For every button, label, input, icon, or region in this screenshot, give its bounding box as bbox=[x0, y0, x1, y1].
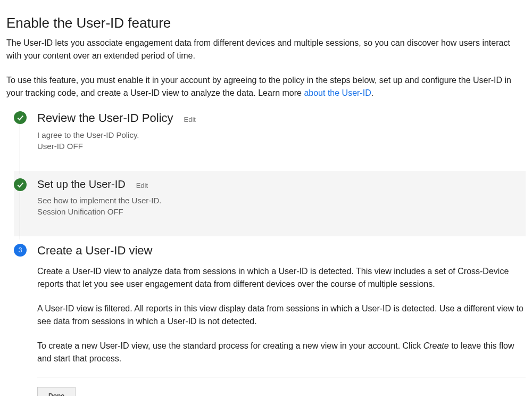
step3-title: Create a User-ID view bbox=[37, 244, 152, 258]
step3-body: Create a User-ID view to analyze data fr… bbox=[37, 265, 526, 396]
step-setup-userid: Set up the User-ID Edit See how to imple… bbox=[14, 171, 526, 236]
step3-header: Create a User-ID view bbox=[37, 244, 526, 258]
steps-container: Review the User-ID Policy Edit I agree t… bbox=[14, 111, 526, 396]
step3-indicator: 3 bbox=[14, 244, 27, 257]
about-user-id-link[interactable]: about the User-ID bbox=[304, 88, 371, 97]
intro-2-suffix: . bbox=[371, 88, 373, 97]
step2-title: Set up the User-ID bbox=[37, 178, 126, 191]
step-create-view: 3 Create a User-ID view Create a User-ID… bbox=[14, 236, 526, 396]
step1-body: I agree to the User-ID Policy. User-ID O… bbox=[37, 129, 526, 171]
step2-line2: Session Unification OFF bbox=[37, 206, 526, 217]
divider bbox=[37, 377, 526, 377]
step-connector-line bbox=[20, 191, 20, 240]
step2-body: See how to implement the User-ID. Sessio… bbox=[37, 195, 526, 236]
step1-indicator bbox=[14, 111, 27, 124]
page-title: Enable the User-ID feature bbox=[6, 15, 526, 31]
step-connector-line bbox=[20, 124, 20, 174]
step-number-badge: 3 bbox=[14, 244, 27, 257]
intro-paragraph-2: To use this feature, you must enable it … bbox=[6, 74, 522, 100]
step1-header: Review the User-ID Policy Edit bbox=[37, 111, 526, 125]
step3-para1: Create a User-ID view to analyze data fr… bbox=[37, 265, 526, 291]
step1-title: Review the User-ID Policy bbox=[37, 111, 173, 125]
done-button[interactable]: Done bbox=[37, 387, 76, 396]
check-icon bbox=[16, 113, 24, 122]
checkmark-icon bbox=[14, 111, 27, 124]
step3-para3: To create a new User-ID view, use the st… bbox=[37, 340, 526, 365]
checkmark-icon bbox=[14, 178, 27, 191]
step3-para3-create: Create bbox=[423, 341, 449, 350]
check-icon bbox=[16, 180, 24, 189]
step1-line1: I agree to the User-ID Policy. bbox=[37, 129, 526, 141]
step3-para3-prefix: To create a new User-ID view, use the st… bbox=[37, 341, 423, 350]
intro-paragraph-1: The User-ID lets you associate engagemen… bbox=[6, 37, 522, 62]
step2-header: Set up the User-ID Edit bbox=[37, 178, 526, 191]
step2-indicator bbox=[14, 178, 27, 191]
step1-line2: User-ID OFF bbox=[37, 141, 526, 152]
step2-edit-link[interactable]: Edit bbox=[136, 182, 148, 189]
step2-line1: See how to implement the User-ID. bbox=[37, 195, 526, 206]
intro-2-text: To use this feature, you must enable it … bbox=[6, 76, 511, 97]
step1-edit-link[interactable]: Edit bbox=[184, 116, 196, 123]
step-review-policy: Review the User-ID Policy Edit I agree t… bbox=[14, 111, 526, 171]
step3-para2: A User-ID view is filtered. All reports … bbox=[37, 302, 526, 328]
